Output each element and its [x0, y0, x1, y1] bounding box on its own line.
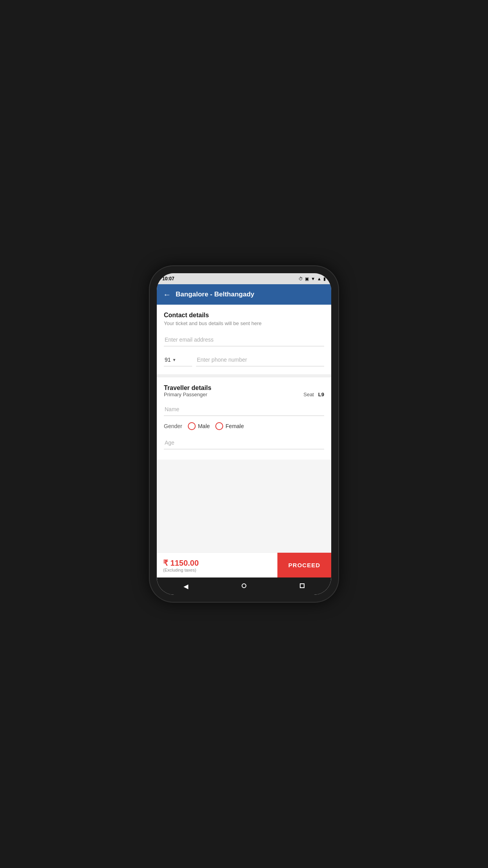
- gender-male-label: Male: [198, 423, 210, 429]
- passenger-label: Primary Passenger: [164, 392, 207, 397]
- section-divider: [157, 374, 331, 377]
- phone-screen: 10:07 ⏱ ▣ ▼ ▲ ▮ ← Bangalore - Belthangad…: [157, 273, 331, 595]
- battery-icon: ▮: [323, 276, 326, 281]
- name-input[interactable]: [164, 403, 324, 416]
- app-bar-title: Bangalore - Belthangady: [176, 291, 254, 298]
- alarm-icon: ⏱: [299, 276, 303, 281]
- signal-icon: ▲: [317, 276, 321, 281]
- dropdown-arrow-icon: ▼: [172, 358, 176, 362]
- price-amount: ₹ 1150.00: [163, 558, 271, 568]
- home-nav-circle-icon: [242, 583, 246, 588]
- seat-info: Seat L9: [303, 392, 324, 397]
- home-nav-button[interactable]: [234, 579, 254, 593]
- email-input[interactable]: [164, 333, 324, 346]
- traveller-header: Primary Passenger Seat L9: [164, 392, 324, 397]
- gender-row: Gender Male Female: [164, 422, 324, 430]
- sim-icon: ▣: [305, 276, 309, 281]
- phone-frame: 10:07 ⏱ ▣ ▼ ▲ ▮ ← Bangalore - Belthangad…: [150, 266, 338, 602]
- contact-details-subtitle: Your ticket and bus details will be sent…: [164, 320, 324, 326]
- proceed-button[interactable]: PROCEED: [277, 553, 331, 577]
- status-icons: ⏱ ▣ ▼ ▲ ▮: [299, 276, 326, 281]
- seat-number: L9: [318, 392, 324, 397]
- recents-nav-square-icon: [300, 583, 305, 588]
- radio-male-icon: [188, 422, 196, 430]
- country-code-value: 91: [165, 357, 171, 363]
- traveller-details-title: Traveller details: [164, 384, 324, 392]
- back-nav-button[interactable]: ◀: [176, 579, 196, 593]
- back-button[interactable]: ←: [163, 290, 171, 299]
- recents-nav-button[interactable]: [292, 579, 312, 593]
- footer-bar: ₹ 1150.00 (Excluding taxes) PROCEED: [157, 552, 331, 577]
- age-input[interactable]: [164, 436, 324, 449]
- wifi-icon: ▼: [311, 276, 315, 281]
- gender-male-option[interactable]: Male: [188, 422, 210, 430]
- contact-details-section: Contact details Your ticket and bus deta…: [157, 305, 331, 374]
- content-area: Contact details Your ticket and bus deta…: [157, 305, 331, 577]
- phone-row: 91 ▼: [164, 353, 324, 366]
- status-time: 10:07: [162, 276, 174, 281]
- phone-input[interactable]: [196, 353, 324, 366]
- price-note: (Excluding taxes): [163, 568, 271, 572]
- gender-female-option[interactable]: Female: [215, 422, 244, 430]
- nav-bar: ◀: [157, 577, 331, 595]
- contact-details-title: Contact details: [164, 312, 324, 319]
- app-bar: ← Bangalore - Belthangady: [157, 284, 331, 305]
- bottom-spacer: [157, 460, 331, 552]
- traveller-details-section: Traveller details Primary Passenger Seat…: [157, 377, 331, 460]
- gender-label: Gender: [164, 423, 182, 429]
- country-code-selector[interactable]: 91 ▼: [164, 353, 192, 366]
- radio-female-icon: [215, 422, 223, 430]
- gender-female-label: Female: [226, 423, 244, 429]
- status-bar: 10:07 ⏱ ▣ ▼ ▲ ▮: [157, 273, 331, 284]
- price-section: ₹ 1150.00 (Excluding taxes): [157, 558, 277, 572]
- seat-label: Seat: [303, 392, 314, 397]
